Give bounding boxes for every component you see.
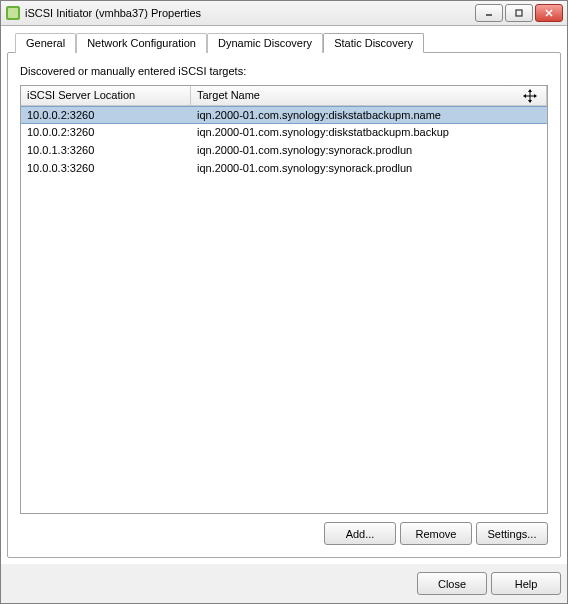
tab-dynamic-discovery[interactable]: Dynamic Discovery [207,33,323,53]
app-icon [5,5,21,21]
cell-server: 10.0.0.2:3260 [21,107,191,123]
dialog-body: General Network Configuration Dynamic Di… [1,26,567,564]
tab-strip: General Network Configuration Dynamic Di… [7,33,561,53]
tab-panel-static-discovery: Discovered or manually entered iSCSI tar… [7,52,561,558]
tab-static-discovery[interactable]: Static Discovery [323,33,424,53]
panel-buttons: Add... Remove Settings... [20,522,548,545]
cell-target: iqn.2000-01.com.synology:diskstatbackupm… [191,124,547,142]
svg-rect-3 [516,10,522,16]
window-controls [475,4,563,22]
maximize-button[interactable] [505,4,533,22]
cell-target: iqn.2000-01.com.synology:diskstatbackupm… [191,107,547,123]
window-frame: iSCSI Initiator (vmhba37) Properties Gen… [0,0,568,604]
cell-target: iqn.2000-01.com.synology:synorack.prodlu… [191,142,547,160]
targets-grid[interactable]: iSCSI Server Location Target Name [20,85,548,514]
table-row[interactable]: 10.0.0.2:3260iqn.2000-01.com.synology:di… [21,106,547,124]
panel-label: Discovered or manually entered iSCSI tar… [20,65,548,77]
cell-server: 10.0.0.3:3260 [21,160,191,178]
column-header-server[interactable]: iSCSI Server Location [21,86,191,105]
tab-general[interactable]: General [15,33,76,53]
add-button[interactable]: Add... [324,522,396,545]
cell-server: 10.0.0.2:3260 [21,124,191,142]
window-title: iSCSI Initiator (vmhba37) Properties [25,7,475,19]
table-row[interactable]: 10.0.0.2:3260iqn.2000-01.com.synology:di… [21,124,547,142]
settings-button[interactable]: Settings... [476,522,548,545]
table-row[interactable]: 10.0.0.3:3260iqn.2000-01.com.synology:sy… [21,160,547,178]
svg-rect-1 [8,8,18,18]
table-row[interactable]: 10.0.1.3:3260iqn.2000-01.com.synology:sy… [21,142,547,160]
svg-marker-9 [534,94,537,98]
titlebar[interactable]: iSCSI Initiator (vmhba37) Properties [1,1,567,26]
close-button[interactable]: Close [417,572,487,595]
remove-button[interactable]: Remove [400,522,472,545]
close-window-button[interactable] [535,4,563,22]
dialog-buttons: Close Help [1,564,567,603]
minimize-button[interactable] [475,4,503,22]
column-header-target[interactable]: Target Name [191,86,547,105]
cell-target: iqn.2000-01.com.synology:synorack.prodlu… [191,160,547,178]
help-button[interactable]: Help [491,572,561,595]
cell-server: 10.0.1.3:3260 [21,142,191,160]
move-cursor-icon [522,88,538,104]
grid-body[interactable]: 10.0.0.2:3260iqn.2000-01.com.synology:di… [21,106,547,513]
svg-marker-7 [528,100,532,103]
svg-marker-8 [523,94,526,98]
grid-header: iSCSI Server Location Target Name [21,86,547,106]
svg-marker-6 [528,89,532,92]
column-header-target-label: Target Name [197,89,260,101]
tab-network-configuration[interactable]: Network Configuration [76,33,207,53]
